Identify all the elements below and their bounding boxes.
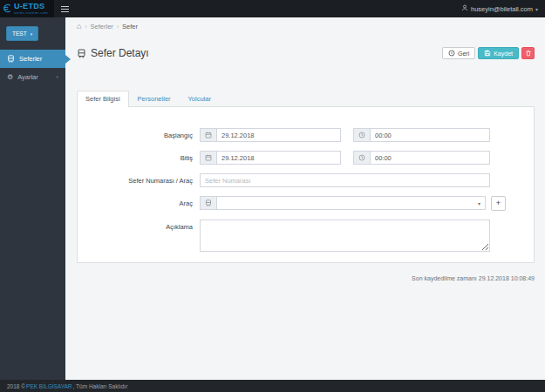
calendar-icon <box>200 151 216 165</box>
brand-logo[interactable]: U-ETDS uetds-sistemi.com <box>0 0 54 17</box>
form-row-description: Açıklama <box>78 220 534 252</box>
user-email: huseyin@biletall.com <box>471 5 533 13</box>
chevron-down-icon: ▾ <box>31 31 33 37</box>
home-icon[interactable]: ⌂ <box>77 23 81 30</box>
bus-icon <box>200 196 216 210</box>
breadcrumb-sefer: Sefer <box>122 23 138 30</box>
page-actions: Geri Kaydet <box>442 47 535 59</box>
delete-button[interactable] <box>521 47 535 59</box>
footer-rights: , Tüm Hakları Saklıdır <box>73 383 128 389</box>
end-label: Bitiş <box>78 151 193 162</box>
trip-number-label: Sefer Numarası / Araç <box>78 173 193 185</box>
user-menu[interactable]: huseyin@biletall.com ▾ <box>454 0 545 17</box>
sidebar-item-ayarlar[interactable]: ⚙ Ayarlar ‹ <box>0 68 65 86</box>
sidebar: TEST ▾ Seferler ⚙ <box>0 17 65 380</box>
vehicle-select[interactable]: ▾ <box>216 196 486 210</box>
end-date-input[interactable] <box>216 151 341 165</box>
test-dropdown-button[interactable]: TEST ▾ <box>6 26 38 41</box>
breadcrumb-seferler[interactable]: Seferler <box>91 23 113 30</box>
app-window: U-ETDS uetds-sistemi.com huseyin@biletal… <box>0 0 545 392</box>
sidebar-nav: Seferler ⚙ Ayarlar ‹ <box>0 50 65 86</box>
brand-name: U-ETDS <box>14 3 48 10</box>
bus-icon <box>77 49 86 58</box>
add-vehicle-button[interactable]: + <box>491 196 506 211</box>
last-saved-status: Son kaydedilme zamanı 29.12.2018 10:08:4… <box>77 275 535 281</box>
save-disk-icon <box>484 50 491 57</box>
footer-year: 2018 © <box>7 383 25 389</box>
save-button[interactable]: Kaydet <box>478 47 519 59</box>
brand-subtitle: uetds-sistemi.com <box>14 11 48 15</box>
breadcrumb: ⌂ › Seferler › Sefer <box>77 21 535 31</box>
page-title: Sefer Detayı <box>77 47 149 59</box>
trip-number-input[interactable] <box>200 173 490 187</box>
footer-company-link[interactable]: PEK BİLGİSAYAR <box>26 383 72 389</box>
tab-yolcular[interactable]: Yolcular <box>180 91 220 107</box>
breadcrumb-separator: › <box>85 24 86 30</box>
clock-icon <box>353 128 370 142</box>
breadcrumb-separator: › <box>117 24 119 30</box>
topbar: U-ETDS uetds-sistemi.com huseyin@biletal… <box>0 0 545 17</box>
end-time-input[interactable] <box>370 151 490 165</box>
sidebar-item-label: Ayarlar <box>17 73 38 81</box>
page-header: Sefer Detayı Geri <box>77 45 535 61</box>
trip-form-panel: Başlangıç <box>77 106 535 263</box>
chevron-down-icon: ▾ <box>535 6 538 12</box>
sidebar-item-label: Seferler <box>19 55 42 63</box>
globe-icon <box>3 1 12 17</box>
form-row-vehicle: Araç <box>78 196 534 211</box>
gear-icon: ⚙ <box>7 73 13 81</box>
back-circle-icon <box>448 50 455 57</box>
tab-personeller[interactable]: Personeller <box>129 91 180 107</box>
start-label: Başlangıç <box>78 128 193 139</box>
clock-icon <box>353 151 370 165</box>
start-time-input[interactable] <box>370 128 490 142</box>
description-textarea[interactable] <box>200 220 490 252</box>
form-row-trip-number: Sefer Numarası / Araç <box>78 173 534 187</box>
calendar-icon <box>200 128 216 142</box>
user-icon <box>461 4 468 13</box>
back-button[interactable]: Geri <box>442 47 475 59</box>
tab-sefer-bilgisi[interactable]: Sefer Bilgisi <box>77 91 129 107</box>
bus-icon <box>7 55 15 63</box>
sidebar-item-seferler[interactable]: Seferler <box>0 50 65 68</box>
trash-icon <box>525 50 532 57</box>
main-content: ⌂ › Seferler › Sefer <box>65 17 545 380</box>
description-label: Açıklama <box>78 220 193 231</box>
form-row-start: Başlangıç <box>78 128 534 142</box>
sidebar-toggle-button[interactable] <box>57 0 72 17</box>
vehicle-label: Araç <box>78 196 193 207</box>
form-row-end: Bitiş <box>78 151 534 165</box>
chevron-down-icon: ▾ <box>478 200 480 206</box>
tab-bar: Sefer Bilgisi Personeller Yolcular <box>77 91 535 106</box>
footer: 2018 © PEK BİLGİSAYAR , Tüm Hakları Sakl… <box>0 380 545 392</box>
start-date-input[interactable] <box>216 128 341 142</box>
chevron-left-icon: ‹ <box>56 73 58 81</box>
